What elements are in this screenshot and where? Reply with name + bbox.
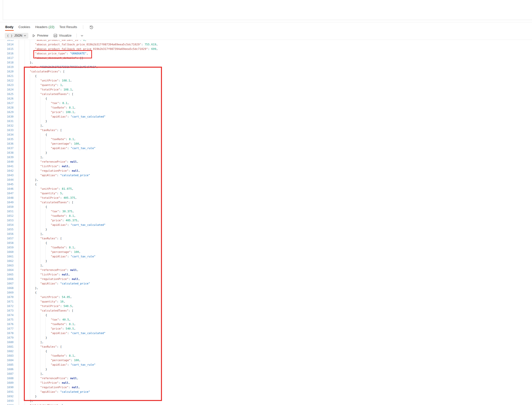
indent-guide	[35, 106, 40, 110]
indent-guide	[40, 96, 45, 101]
indent-guide	[30, 115, 35, 119]
line-number: 1657	[0, 236, 19, 241]
indent-guide	[19, 65, 25, 69]
indent-guide	[25, 390, 30, 394]
indent-guide	[25, 96, 30, 101]
line-number: 1656	[0, 232, 19, 236]
code-line: 1620"calculatedPrices": [	[0, 69, 532, 74]
indent-guide	[40, 205, 45, 209]
more-options-button[interactable]	[80, 34, 84, 37]
tab-headers[interactable]: Headers(22)	[35, 23, 54, 31]
code-line: 1688"referencePrice": null,	[0, 376, 532, 381]
indent-guide	[30, 164, 35, 169]
indent-guide	[25, 331, 30, 336]
indent-guide	[40, 101, 45, 106]
tab-cookies[interactable]: Cookies	[18, 23, 31, 31]
indent-guide	[35, 313, 40, 318]
response-body-editor[interactable]: 1613"abacus_product_variant_id": 0,1614"…	[0, 40, 532, 405]
indent-guide	[30, 372, 35, 376]
indent-guide	[30, 336, 35, 340]
indent-guide	[35, 250, 40, 254]
curly-braces-icon: { }	[7, 34, 13, 37]
indent-guide	[30, 390, 35, 394]
line-content: "apiAlias": "calculated_price"	[19, 281, 90, 286]
indent-guide	[30, 286, 35, 290]
visualize-button[interactable]: Visualize	[52, 33, 73, 38]
preview-button[interactable]: Preview	[31, 33, 50, 38]
indent-guide	[25, 209, 30, 214]
indent-guide	[19, 209, 25, 214]
indent-guide	[40, 119, 45, 124]
line-number: 1690	[0, 385, 19, 390]
indent-guide	[40, 106, 45, 110]
indent-guide	[25, 115, 30, 119]
indent-guide	[25, 263, 30, 268]
tab-test-results[interactable]: Test Results	[59, 23, 77, 31]
line-number: 1689	[0, 381, 19, 385]
indent-guide	[30, 227, 35, 232]
indent-guide	[35, 227, 40, 232]
indent-guide	[25, 295, 30, 299]
indent-guide	[30, 299, 35, 304]
indent-guide	[40, 142, 45, 146]
indent-guide	[19, 236, 25, 241]
headers-count-badge: (22)	[49, 25, 54, 29]
code-line: 1682{	[0, 349, 532, 354]
line-number: 1692	[0, 394, 19, 399]
line-number: 1620	[0, 69, 19, 74]
indent-guide	[19, 169, 25, 173]
indent-guide	[40, 254, 45, 259]
indent-guide	[19, 74, 25, 78]
line-number: 1643	[0, 173, 19, 178]
indent-guide	[45, 254, 51, 259]
indent-guide	[30, 187, 35, 191]
line-content: }	[19, 119, 47, 124]
indent-guide	[30, 259, 35, 263]
line-number: 1671	[0, 299, 19, 304]
code-line: 1641"listPrice": null,	[0, 164, 532, 169]
indent-guide	[30, 119, 35, 124]
indent-guide	[30, 169, 35, 173]
line-number: 1674	[0, 313, 19, 318]
line-content: "quantity": 5,	[19, 191, 63, 196]
line-number: 1633	[0, 128, 19, 133]
line-content: "listPrice": null,	[19, 272, 70, 277]
indent-guide	[19, 160, 25, 164]
indent-guide	[19, 290, 25, 295]
indent-guide	[40, 218, 45, 223]
line-number: 1667	[0, 281, 19, 286]
line-number: 1636	[0, 142, 19, 146]
indent-guide	[19, 78, 25, 83]
line-content: "taxRules": [	[19, 236, 62, 241]
indent-guide	[40, 363, 45, 367]
tab-body[interactable]: Body	[5, 23, 14, 31]
line-content: {	[19, 313, 47, 318]
indent-guide	[19, 340, 25, 345]
format-dropdown[interactable]: { } JSON	[5, 33, 28, 39]
line-content: "id": "019b2b3b27117331b79655a2af5c6fb1"…	[19, 65, 98, 69]
line-content: }	[19, 259, 47, 263]
indent-guide	[30, 322, 35, 327]
indent-guide	[30, 83, 35, 87]
indent-guide	[25, 381, 30, 385]
history-icon[interactable]	[89, 25, 94, 30]
line-content: "apiAlias": "cart_tax_calculated"	[19, 331, 106, 336]
code-line: 1627"tax": 8.1,	[0, 101, 532, 106]
indent-guide	[30, 182, 35, 187]
indent-guide	[19, 309, 25, 313]
indent-guide	[19, 40, 25, 42]
indent-guide	[19, 137, 25, 142]
code-line: 1691"apiAlias": "calculated_price"	[0, 390, 532, 394]
line-number: 1626	[0, 96, 19, 101]
line-content: "percentage": 100,	[19, 142, 80, 146]
indent-guide	[19, 146, 25, 151]
indent-guide	[19, 124, 25, 128]
line-number: 1684	[0, 358, 19, 363]
indent-guide	[35, 272, 40, 277]
tab-headers-label: Headers	[35, 25, 47, 29]
indent-guide	[40, 327, 45, 331]
line-content: "referencePrice": null,	[19, 268, 78, 272]
indent-guide	[35, 160, 40, 164]
code-line: 1683"taxRate": 8.1,	[0, 354, 532, 358]
line-number: 1668	[0, 286, 19, 290]
